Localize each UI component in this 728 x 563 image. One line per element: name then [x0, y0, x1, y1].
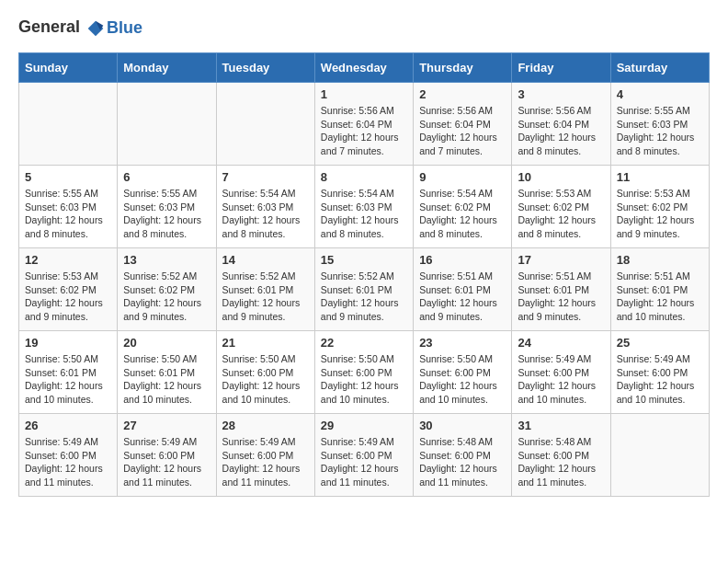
- day-number: 12: [25, 253, 111, 267]
- cell-content: Sunrise: 5:50 AM Sunset: 6:00 PM Dayligh…: [222, 352, 309, 407]
- cell-content: Sunrise: 5:49 AM Sunset: 6:00 PM Dayligh…: [25, 435, 111, 489]
- weekday-header-wednesday: Wednesday: [314, 53, 413, 83]
- calendar-cell: 11Sunrise: 5:53 AM Sunset: 6:02 PM Dayli…: [610, 166, 709, 248]
- weekday-header-saturday: Saturday: [610, 53, 709, 83]
- calendar-cell: 10Sunrise: 5:53 AM Sunset: 6:02 PM Dayli…: [512, 166, 610, 248]
- day-number: 9: [419, 170, 506, 184]
- calendar-cell: 6Sunrise: 5:55 AM Sunset: 6:03 PM Daylig…: [118, 166, 216, 248]
- day-number: 1: [321, 87, 407, 101]
- calendar-cell: [118, 83, 216, 166]
- cell-content: Sunrise: 5:51 AM Sunset: 6:01 PM Dayligh…: [518, 270, 604, 324]
- cell-content: Sunrise: 5:55 AM Sunset: 6:03 PM Dayligh…: [617, 104, 703, 158]
- calendar-week-4: 19Sunrise: 5:50 AM Sunset: 6:01 PM Dayli…: [19, 331, 710, 414]
- calendar-cell: 19Sunrise: 5:50 AM Sunset: 6:01 PM Dayli…: [19, 331, 118, 414]
- calendar-cell: 17Sunrise: 5:51 AM Sunset: 6:01 PM Dayli…: [512, 248, 610, 331]
- cell-content: Sunrise: 5:54 AM Sunset: 6:03 PM Dayligh…: [222, 187, 309, 241]
- cell-content: Sunrise: 5:50 AM Sunset: 6:00 PM Dayligh…: [419, 352, 506, 407]
- calendar-cell: [216, 83, 314, 166]
- cell-content: Sunrise: 5:48 AM Sunset: 6:00 PM Dayligh…: [419, 435, 506, 489]
- day-number: 19: [25, 336, 111, 350]
- cell-content: Sunrise: 5:52 AM Sunset: 6:01 PM Dayligh…: [321, 270, 407, 324]
- day-number: 28: [222, 419, 309, 432]
- day-number: 23: [419, 336, 506, 350]
- day-number: 4: [617, 87, 703, 101]
- logo-general: General: [18, 17, 80, 36]
- calendar-cell: 15Sunrise: 5:52 AM Sunset: 6:01 PM Dayli…: [314, 248, 413, 331]
- weekday-header-sunday: Sunday: [19, 53, 118, 83]
- calendar-cell: 30Sunrise: 5:48 AM Sunset: 6:00 PM Dayli…: [414, 414, 512, 497]
- calendar-cell: 4Sunrise: 5:55 AM Sunset: 6:03 PM Daylig…: [610, 83, 709, 166]
- day-number: 21: [222, 336, 309, 350]
- day-number: 2: [419, 87, 506, 101]
- cell-content: Sunrise: 5:56 AM Sunset: 6:04 PM Dayligh…: [419, 104, 506, 158]
- day-number: 3: [518, 87, 604, 101]
- cell-content: Sunrise: 5:49 AM Sunset: 6:00 PM Dayligh…: [518, 352, 604, 407]
- calendar-cell: 23Sunrise: 5:50 AM Sunset: 6:00 PM Dayli…: [414, 331, 512, 414]
- cell-content: Sunrise: 5:53 AM Sunset: 6:02 PM Dayligh…: [617, 187, 703, 241]
- day-number: 29: [321, 419, 407, 432]
- calendar-cell: 7Sunrise: 5:54 AM Sunset: 6:03 PM Daylig…: [216, 166, 314, 248]
- day-number: 17: [518, 253, 604, 267]
- calendar-cell: 13Sunrise: 5:52 AM Sunset: 6:02 PM Dayli…: [118, 248, 216, 331]
- calendar-cell: 25Sunrise: 5:49 AM Sunset: 6:00 PM Dayli…: [610, 331, 709, 414]
- page-header: General Blue: [18, 18, 710, 38]
- calendar-cell: 16Sunrise: 5:51 AM Sunset: 6:01 PM Dayli…: [414, 248, 512, 331]
- calendar-cell: 8Sunrise: 5:54 AM Sunset: 6:03 PM Daylig…: [314, 166, 413, 248]
- cell-content: Sunrise: 5:51 AM Sunset: 6:01 PM Dayligh…: [419, 270, 506, 324]
- day-number: 20: [123, 336, 210, 350]
- cell-content: Sunrise: 5:55 AM Sunset: 6:03 PM Dayligh…: [123, 187, 210, 241]
- calendar-week-3: 12Sunrise: 5:53 AM Sunset: 6:02 PM Dayli…: [19, 248, 710, 331]
- calendar-cell: 18Sunrise: 5:51 AM Sunset: 6:01 PM Dayli…: [610, 248, 709, 331]
- calendar-cell: 9Sunrise: 5:54 AM Sunset: 6:02 PM Daylig…: [414, 166, 512, 248]
- calendar-cell: 12Sunrise: 5:53 AM Sunset: 6:02 PM Dayli…: [19, 248, 118, 331]
- day-number: 15: [321, 253, 407, 267]
- cell-content: Sunrise: 5:55 AM Sunset: 6:03 PM Dayligh…: [25, 187, 111, 241]
- day-number: 13: [123, 253, 210, 267]
- cell-content: Sunrise: 5:49 AM Sunset: 6:00 PM Dayligh…: [222, 435, 309, 489]
- weekday-header-row: SundayMondayTuesdayWednesdayThursdayFrid…: [19, 53, 710, 83]
- calendar-cell: 22Sunrise: 5:50 AM Sunset: 6:00 PM Dayli…: [314, 331, 413, 414]
- day-number: 6: [123, 170, 210, 184]
- cell-content: Sunrise: 5:51 AM Sunset: 6:01 PM Dayligh…: [617, 270, 703, 324]
- cell-content: Sunrise: 5:56 AM Sunset: 6:04 PM Dayligh…: [518, 104, 604, 158]
- cell-content: Sunrise: 5:54 AM Sunset: 6:02 PM Dayligh…: [419, 187, 506, 241]
- weekday-header-friday: Friday: [512, 53, 610, 83]
- calendar-week-1: 1Sunrise: 5:56 AM Sunset: 6:04 PM Daylig…: [19, 83, 710, 166]
- cell-content: Sunrise: 5:54 AM Sunset: 6:03 PM Dayligh…: [321, 187, 407, 241]
- calendar-cell: 29Sunrise: 5:49 AM Sunset: 6:00 PM Dayli…: [314, 414, 413, 497]
- day-number: 18: [617, 253, 703, 267]
- day-number: 16: [419, 253, 506, 267]
- calendar-cell: [610, 414, 709, 497]
- calendar-cell: 28Sunrise: 5:49 AM Sunset: 6:00 PM Dayli…: [216, 414, 314, 497]
- day-number: 8: [321, 170, 407, 184]
- day-number: 30: [419, 419, 506, 432]
- cell-content: Sunrise: 5:52 AM Sunset: 6:01 PM Dayligh…: [222, 270, 309, 324]
- day-number: 5: [25, 170, 111, 184]
- weekday-header-thursday: Thursday: [414, 53, 512, 83]
- cell-content: Sunrise: 5:49 AM Sunset: 6:00 PM Dayligh…: [617, 352, 703, 407]
- calendar-cell: 2Sunrise: 5:56 AM Sunset: 6:04 PM Daylig…: [414, 83, 512, 166]
- calendar-week-5: 26Sunrise: 5:49 AM Sunset: 6:00 PM Dayli…: [19, 414, 710, 497]
- calendar-cell: 24Sunrise: 5:49 AM Sunset: 6:00 PM Dayli…: [512, 331, 610, 414]
- logo-blue: Blue: [107, 18, 142, 38]
- calendar-cell: 5Sunrise: 5:55 AM Sunset: 6:03 PM Daylig…: [19, 166, 118, 248]
- weekday-header-tuesday: Tuesday: [216, 53, 314, 83]
- day-number: 31: [518, 419, 604, 432]
- calendar-cell: 21Sunrise: 5:50 AM Sunset: 6:00 PM Dayli…: [216, 331, 314, 414]
- day-number: 11: [617, 170, 703, 184]
- calendar-cell: 3Sunrise: 5:56 AM Sunset: 6:04 PM Daylig…: [512, 83, 610, 166]
- cell-content: Sunrise: 5:53 AM Sunset: 6:02 PM Dayligh…: [518, 187, 604, 241]
- calendar-cell: 14Sunrise: 5:52 AM Sunset: 6:01 PM Dayli…: [216, 248, 314, 331]
- cell-content: Sunrise: 5:52 AM Sunset: 6:02 PM Dayligh…: [123, 270, 210, 324]
- calendar-cell: [19, 83, 118, 166]
- calendar-cell: 1Sunrise: 5:56 AM Sunset: 6:04 PM Daylig…: [314, 83, 413, 166]
- cell-content: Sunrise: 5:53 AM Sunset: 6:02 PM Dayligh…: [25, 270, 111, 324]
- day-number: 26: [25, 419, 111, 432]
- cell-content: Sunrise: 5:56 AM Sunset: 6:04 PM Dayligh…: [321, 104, 407, 158]
- calendar-cell: 31Sunrise: 5:48 AM Sunset: 6:00 PM Dayli…: [512, 414, 610, 497]
- day-number: 24: [518, 336, 604, 350]
- day-number: 10: [518, 170, 604, 184]
- cell-content: Sunrise: 5:50 AM Sunset: 6:00 PM Dayligh…: [321, 352, 407, 407]
- day-number: 27: [123, 419, 210, 432]
- cell-content: Sunrise: 5:48 AM Sunset: 6:00 PM Dayligh…: [518, 435, 604, 489]
